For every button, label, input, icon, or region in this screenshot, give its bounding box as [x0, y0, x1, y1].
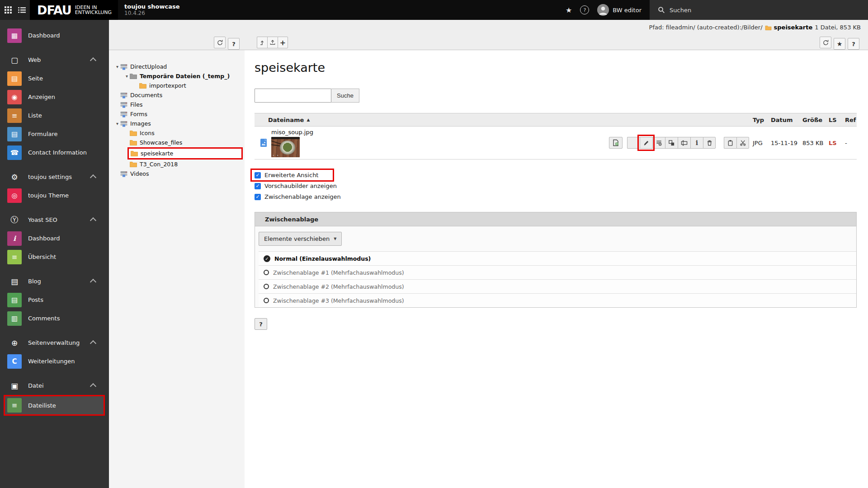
sidebar-section-datei[interactable]: ▣Datei [0, 376, 109, 395]
replace-button[interactable] [665, 137, 678, 149]
delete-button[interactable] [703, 137, 716, 149]
tree-item-speisekarte[interactable]: speisekarte [109, 147, 245, 160]
upload-button[interactable] [267, 37, 278, 48]
yoast-icon: Ⓨ [7, 213, 22, 227]
redirect-icon: C [7, 354, 22, 369]
tree-expand-icon[interactable]: ▾ [114, 64, 120, 69]
help-question-button[interactable]: ? [228, 38, 240, 50]
file-thumbnail[interactable]: • • [271, 137, 300, 157]
clipboard-mode-option[interactable]: Zwischenablage #3 (Mehrfachauswahlmodus) [259, 293, 856, 307]
global-search[interactable]: Suchen [650, 0, 868, 20]
tree-item-images[interactable]: ▾Images [109, 119, 245, 128]
file-name-link[interactable]: miso_soup.jpg [271, 129, 313, 136]
clipboard-mode-option[interactable]: Zwischenablage #1 (Mehrfachauswahlmodus) [259, 265, 856, 279]
dfau-logo[interactable]: DFAU IDEEN IN ENTWICKLUNG [30, 0, 118, 20]
topbar-tools: ★ ? BW editor [566, 0, 650, 20]
tree-item-files[interactable]: Files [109, 100, 245, 109]
sidebar-item-toujou-theme[interactable]: ◎toujou Theme [0, 186, 109, 205]
search-button[interactable]: Suche [331, 89, 359, 103]
table-header: Dateiname ▲ Typ Datum Größe LS Ref [255, 113, 857, 127]
tree-expand-icon[interactable]: ▾ [114, 121, 120, 126]
checkbox-vorschaubilder-anzeigen[interactable]: ✓Vorschaubilder anzeigen [255, 183, 337, 189]
clipboard-mode-label: Zwischenablage #2 (Mehrfachauswahlmodus) [273, 283, 404, 290]
chevron-down-icon: ▼ [334, 237, 336, 241]
tree-item-label: Temporäre Dateien (_temp_) [140, 73, 230, 80]
search-input[interactable] [255, 89, 331, 103]
refresh-button[interactable] [820, 37, 831, 48]
col-datum: Datum [771, 117, 802, 123]
storage-icon [120, 171, 128, 177]
tree-expand-icon[interactable]: ▾ [124, 74, 130, 79]
sidebar-section-toujou-settings[interactable]: ⚙toujou settings [0, 168, 109, 186]
sidebar-item-dashboard[interactable]: ▦Dashboard [0, 26, 109, 45]
cell-groesse: 853 KB [802, 140, 829, 146]
checkbox-zwischenablage-anzeigen[interactable]: ✓Zwischenablage anzeigen [255, 193, 341, 200]
sidebar-item-label: Posts [28, 296, 43, 303]
tree-item-tempor-re-dateien-temp-[interactable]: ▾Temporäre Dateien (_temp_) [109, 71, 245, 81]
tree-item-directupload[interactable]: ▾DirectUpload [109, 62, 245, 71]
edit-button[interactable] [640, 137, 652, 149]
sidebar-item-dashboard[interactable]: iDashboard [0, 229, 109, 248]
clipboard-mode-label: Zwischenablage #1 (Mehrfachauswahlmodus) [273, 269, 404, 276]
clipboard-mode-selected[interactable]: ✓Normal (Einzelauswahlmodus) [259, 251, 856, 265]
sidebar-item-comments[interactable]: ▥Comments [0, 309, 109, 328]
sidebar-item--bersicht[interactable]: ≡Übersicht [0, 248, 109, 266]
metadata-button[interactable] [652, 137, 665, 149]
sidebar-item-dateiliste[interactable]: ≡Dateiliste [4, 395, 105, 416]
user-menu[interactable]: BW editor [597, 4, 642, 16]
bookmark-star-icon[interactable]: ★ [566, 6, 572, 14]
tree-item-documents[interactable]: Documents [109, 90, 245, 100]
sidebar-item-seite[interactable]: ▤Seite [0, 69, 109, 88]
search-label: Suchen [670, 7, 691, 14]
paste-button[interactable] [724, 137, 736, 149]
chevron-up-icon [90, 57, 96, 64]
sidebar-item-anzeigen[interactable]: ◉Anzeigen [0, 88, 109, 106]
tree-item-showcase-files[interactable]: Showcase_files [109, 138, 245, 147]
clipboard-mode-option[interactable]: Zwischenablage #2 (Mehrfachauswahlmodus) [259, 279, 856, 293]
sort-dateiname[interactable]: Dateiname ▲ [255, 117, 609, 123]
move-elements-dropdown[interactable]: Elemente verschieben ▼ [259, 232, 342, 246]
info-button[interactable]: i [690, 137, 703, 149]
plus-button[interactable]: + [278, 37, 288, 48]
sidebar-section-blog[interactable]: ▤Blog [0, 272, 109, 291]
help-question-button[interactable]: ? [848, 38, 859, 50]
sidebar-item-weiterleitungen[interactable]: CWeiterleitungen [0, 352, 109, 371]
module-grid-icon[interactable] [3, 5, 14, 15]
radio-circle-icon [264, 270, 269, 275]
sidebar-item-contact-information[interactable]: ☎Contact Information [0, 143, 109, 162]
sidebar-item-liste[interactable]: ≡Liste [0, 106, 109, 125]
sidebar-section-seitenverwaltung[interactable]: ⊕Seitenverwaltung [0, 333, 109, 352]
sidebar-item-label: Seite [28, 75, 43, 82]
sidebar-section-web[interactable]: ▢Web [0, 51, 109, 69]
globe-icon: ⊕ [7, 336, 22, 350]
sidebar-item-label: Comments [28, 315, 60, 322]
sidebar-section-yoast-seo[interactable]: ⓎYoast SEO [0, 211, 109, 229]
overview-icon: ≡ [7, 250, 22, 264]
tree-item-icons[interactable]: Icons [109, 128, 245, 138]
sidebar-item-posts[interactable]: ▤Posts [0, 291, 109, 309]
folder-tree: ▾DirectUpload▾Temporäre Dateien (_temp_)… [109, 50, 245, 488]
tree-item-label: speisekarte [141, 150, 173, 157]
bookmark-star-button[interactable]: ★ [834, 38, 845, 50]
col-typ: Typ [753, 117, 771, 123]
checkbox-erweiterte-ansicht[interactable]: ✓Erweiterte Ansicht [255, 172, 334, 178]
rename-button[interactable] [678, 137, 690, 149]
tree-item-forms[interactable]: Forms [109, 109, 245, 119]
chevron-up-icon [90, 383, 96, 389]
refresh-button[interactable] [214, 37, 226, 48]
view-button[interactable] [609, 137, 623, 149]
avatar [597, 4, 609, 16]
tree-item-importexport[interactable]: importexport [109, 81, 245, 90]
tree-item-t3-con-2018[interactable]: T3_Con_2018 [109, 160, 245, 169]
help-button[interactable]: ? [255, 318, 267, 330]
tree-item-videos[interactable]: Videos [109, 169, 245, 178]
level-up-button[interactable] [257, 37, 267, 48]
tree-item-label: Documents [130, 92, 162, 99]
radio-circle-icon [264, 284, 269, 289]
module-list-icon[interactable] [16, 5, 27, 15]
help-icon[interactable]: ? [580, 5, 589, 14]
sidebar-item-formulare[interactable]: ▤Formulare [0, 125, 109, 143]
cut-button[interactable] [736, 137, 749, 149]
image-file-icon [260, 138, 267, 147]
cell-datum: 15-11-19 [771, 140, 802, 146]
